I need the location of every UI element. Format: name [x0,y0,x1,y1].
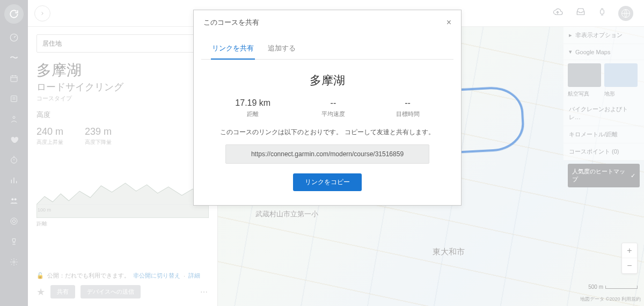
svg-text:100 m: 100 m [38,207,51,213]
thumb-label: 航空写真 [568,90,601,98]
people-icon[interactable] [8,194,20,207]
share-link-field[interactable]: https://connect.garmin.com/modern/course… [225,144,429,164]
svg-rect-1 [11,76,17,82]
share-button[interactable]: 共有 [50,285,75,298]
elevation-x-label: 距離 [36,220,209,228]
descent-label: 高度下降量 [85,139,112,146]
heatmap-button[interactable]: 人気度のヒートマップ✓ [568,164,640,187]
target-icon[interactable] [8,215,20,228]
course-type-label: コースタイプ [36,94,209,103]
map-provider-toggle[interactable]: ▾ Google Maps [564,44,644,60]
modal-time-label: 目標時間 [396,110,420,118]
thumb-label: 地形 [604,90,638,98]
zoom-in-button[interactable]: + [622,243,637,258]
copy-link-button[interactable]: リンクをコピー [293,173,362,191]
news-icon[interactable] [8,92,20,105]
map-scale: 500 m [588,284,638,290]
stopwatch-icon[interactable] [8,154,20,166]
display-options-toggle[interactable]: ▸ 非表示オプション [564,27,644,44]
unlock-icon: 🔓 [36,272,44,279]
app-logo-icon[interactable] [4,4,24,24]
privacy-text: 公開：だれでも利用できます。 [47,272,130,280]
cloud-upload-icon[interactable] [552,7,564,19]
heart-icon[interactable] [8,133,20,146]
watch-icon[interactable] [598,6,606,20]
stats-icon[interactable] [8,174,20,187]
map-label: 東大和市 [433,247,465,257]
svg-rect-10 [601,10,604,14]
modal-distance-label: 距離 [235,110,270,118]
person-icon[interactable] [8,113,20,126]
tab-share-link[interactable]: リンクを共有 [211,39,255,60]
svg-point-3 [13,116,15,119]
zoom-control: + − [621,243,638,274]
gauge-icon[interactable] [8,31,20,44]
svg-point-9 [13,261,15,263]
gear-icon[interactable] [8,256,20,268]
elevation-chart: 100 m [36,154,209,218]
svg-point-4 [11,157,17,163]
modal-speed-label: 平均速度 [321,110,345,118]
ascent-value: 240 m [36,126,63,137]
modal-course-name: 多摩湖 [210,72,445,89]
descent-value: 239 m [85,126,112,137]
course-type: ロードサイクリング [36,82,209,93]
profile-globe-icon[interactable] [618,6,633,21]
svg-point-7 [11,218,17,224]
svg-point-5 [11,198,13,200]
map-attribution: 地図データ ©2020 利用規約 [580,296,641,303]
satellite-thumb[interactable] [568,63,601,87]
check-icon: ✓ [631,172,635,179]
map-label: 武蔵村山市立第一小 [255,209,318,219]
nav-forward-button[interactable] [34,5,50,21]
close-icon[interactable]: × [447,18,451,27]
modal-description: このコースのリンクは以下のとおりです。 コピーして友達と共有します。 [210,128,445,137]
modal-distance-value: 17.19 km [235,98,270,108]
km-markers-option[interactable]: キロメートル/距離 [564,126,644,143]
calendar-icon[interactable] [8,72,20,85]
detail-link[interactable]: 詳細 [188,272,200,280]
course-points-option[interactable]: コースポイント (0) [564,143,644,161]
wave-icon[interactable]: 〜 [8,52,20,64]
left-navigation: 〜 [0,0,28,306]
map-options-panel: ▸ 非表示オプション ▾ Google Maps 航空写真 地形 バイクレーンお… [564,27,644,191]
send-to-device-button[interactable]: デバイスへの送信 [80,285,141,298]
more-menu-icon[interactable]: ⋯ [200,288,209,296]
elevation-section-label: 高度 [36,110,209,120]
svg-point-6 [14,198,17,200]
svg-rect-2 [11,96,17,102]
favorite-star-icon[interactable]: ★ [36,286,45,298]
modal-time-value: -- [396,98,420,108]
bike-lanes-option[interactable]: バイクレーンおよびトレ… [564,101,644,126]
svg-point-8 [12,220,15,222]
inbox-icon[interactable] [575,7,586,19]
ascent-label: 高度上昇量 [36,139,63,146]
modal-title: このコースを共有 [203,18,259,27]
terrain-thumb[interactable] [604,63,638,87]
share-course-modal: このコースを共有 × リンクを共有 追加する 多摩湖 17.19 km 距離 -… [193,10,462,206]
course-side-panel: 多摩湖 ロードサイクリング コースタイプ 高度 240 m 高度上昇量 239 … [28,27,218,306]
tab-add[interactable]: 追加する [267,39,297,59]
modal-speed-value: -- [321,98,345,108]
location-search-input[interactable] [36,34,209,53]
trophy-icon[interactable] [8,235,20,248]
zoom-out-button[interactable]: − [622,258,637,273]
course-title: 多摩湖 [36,60,209,81]
make-private-link[interactable]: 非公開に切り替え [133,272,180,280]
